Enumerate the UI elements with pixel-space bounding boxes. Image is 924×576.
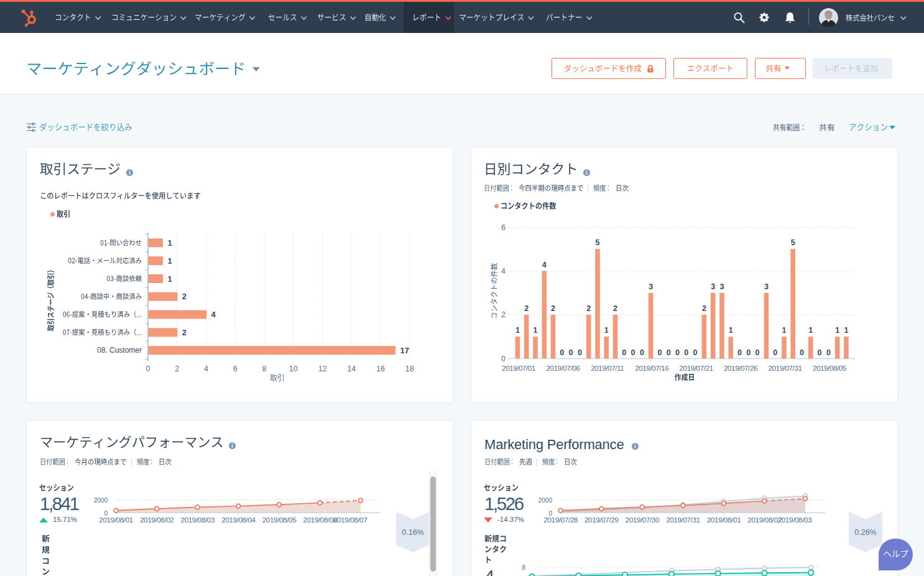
svg-text:2: 2 bbox=[175, 365, 179, 373]
svg-text:1: 1 bbox=[782, 326, 787, 335]
svg-text:2019/08/07: 2019/08/07 bbox=[333, 516, 367, 524]
svg-text:8: 8 bbox=[262, 365, 267, 373]
svg-text:3: 3 bbox=[711, 282, 715, 291]
svg-text:3: 3 bbox=[720, 282, 724, 291]
svg-text:4: 4 bbox=[542, 261, 547, 269]
svg-text:2: 2 bbox=[501, 310, 506, 319]
svg-text:18: 18 bbox=[405, 365, 414, 373]
svg-text:2019/07/16: 2019/07/16 bbox=[635, 364, 669, 373]
svg-text:2: 2 bbox=[182, 328, 187, 337]
svg-text:2019/08/05: 2019/08/05 bbox=[262, 516, 297, 524]
svg-text:0: 0 bbox=[755, 348, 760, 357]
svg-text:2019/08/05: 2019/08/05 bbox=[813, 364, 847, 373]
svg-text:2: 2 bbox=[586, 304, 591, 313]
svg-text:2019/07/29: 2019/07/29 bbox=[584, 516, 619, 524]
svg-text:2019/07/26: 2019/07/26 bbox=[724, 364, 758, 373]
svg-text:1: 1 bbox=[534, 326, 538, 335]
svg-text:4: 4 bbox=[501, 267, 506, 276]
svg-text:8: 8 bbox=[522, 564, 525, 571]
svg-text:1: 1 bbox=[835, 326, 839, 335]
svg-text:0: 0 bbox=[826, 348, 831, 357]
svg-text:2000: 2000 bbox=[94, 497, 108, 504]
svg-text:2019/08/03: 2019/08/03 bbox=[181, 516, 215, 524]
svg-text:0: 0 bbox=[631, 348, 635, 357]
svg-text:5: 5 bbox=[596, 238, 600, 247]
svg-text:2019/08/02: 2019/08/02 bbox=[747, 516, 782, 524]
svg-text:1: 1 bbox=[167, 274, 172, 284]
svg-text:0: 0 bbox=[622, 348, 626, 357]
svg-text:0: 0 bbox=[578, 348, 582, 357]
svg-text:08. Customer: 08. Customer bbox=[97, 346, 142, 355]
svg-text:5: 5 bbox=[791, 238, 795, 247]
svg-text:1: 1 bbox=[808, 326, 813, 335]
svg-text:2019/07/11: 2019/07/11 bbox=[591, 364, 624, 373]
svg-text:3: 3 bbox=[764, 282, 769, 291]
svg-text:6: 6 bbox=[233, 365, 238, 373]
svg-text:2: 2 bbox=[551, 304, 555, 313]
svg-text:1: 1 bbox=[844, 326, 848, 335]
svg-text:17: 17 bbox=[400, 346, 409, 355]
svg-text:2019/07/31: 2019/07/31 bbox=[768, 364, 802, 373]
svg-text:2: 2 bbox=[702, 304, 706, 313]
svg-text:0: 0 bbox=[693, 348, 698, 357]
svg-text:0: 0 bbox=[818, 348, 822, 357]
svg-text:1: 1 bbox=[167, 238, 172, 248]
svg-text:2019/07/30: 2019/07/30 bbox=[626, 516, 660, 524]
svg-text:0: 0 bbox=[658, 348, 662, 357]
svg-text:4: 4 bbox=[204, 365, 208, 373]
svg-text:2019/08/01: 2019/08/01 bbox=[707, 516, 741, 524]
svg-text:0: 0 bbox=[667, 348, 671, 357]
svg-text:14: 14 bbox=[347, 365, 356, 373]
svg-text:0: 0 bbox=[746, 348, 751, 357]
svg-text:1: 1 bbox=[729, 326, 733, 335]
svg-text:2: 2 bbox=[524, 304, 529, 313]
svg-text:10: 10 bbox=[289, 365, 298, 373]
svg-text:2019/08/04: 2019/08/04 bbox=[221, 516, 256, 524]
svg-text:0: 0 bbox=[640, 348, 644, 357]
svg-text:2019/07/06: 2019/07/06 bbox=[546, 364, 580, 373]
svg-text:12: 12 bbox=[318, 365, 327, 373]
svg-text:0: 0 bbox=[146, 365, 150, 373]
svg-text:0: 0 bbox=[569, 348, 573, 357]
svg-text:3: 3 bbox=[649, 282, 653, 291]
svg-text:16: 16 bbox=[376, 365, 385, 373]
svg-text:2019/08/03: 2019/08/03 bbox=[778, 516, 812, 524]
svg-text:2019/08/06: 2019/08/06 bbox=[303, 516, 337, 524]
svg-text:2019/07/01: 2019/07/01 bbox=[502, 364, 535, 373]
svg-text:2019/07/28: 2019/07/28 bbox=[543, 516, 578, 524]
svg-text:2000: 2000 bbox=[538, 497, 553, 504]
svg-text:1: 1 bbox=[167, 256, 172, 266]
svg-text:2019/07/21: 2019/07/21 bbox=[680, 364, 713, 373]
svg-text:1: 1 bbox=[604, 326, 609, 335]
svg-text:2019/08/02: 2019/08/02 bbox=[140, 516, 174, 524]
svg-text:4: 4 bbox=[211, 310, 216, 319]
svg-text:0: 0 bbox=[800, 348, 804, 357]
svg-text:0: 0 bbox=[501, 355, 506, 363]
svg-text:0: 0 bbox=[773, 348, 777, 357]
svg-text:2019/08/01: 2019/08/01 bbox=[99, 516, 133, 524]
svg-text:2019/07/31: 2019/07/31 bbox=[666, 516, 700, 524]
svg-text:6: 6 bbox=[501, 223, 506, 232]
svg-text:0: 0 bbox=[560, 348, 564, 357]
svg-text:1: 1 bbox=[515, 326, 520, 335]
svg-text:0: 0 bbox=[675, 348, 680, 357]
svg-text:0: 0 bbox=[684, 348, 688, 357]
svg-text:0: 0 bbox=[737, 348, 742, 357]
svg-text:2: 2 bbox=[182, 292, 187, 301]
svg-text:2: 2 bbox=[613, 304, 617, 313]
